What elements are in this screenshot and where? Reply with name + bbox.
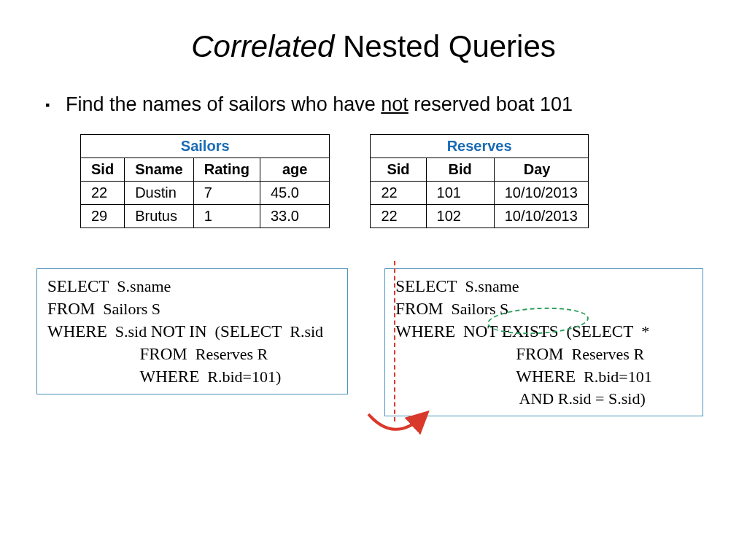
table-header-row: Sid Bid Day	[371, 158, 588, 182]
query-box-notin: SELECT S.sname FROM Sailors S WHERE S.si…	[36, 268, 348, 394]
table-header-row: Sid Sname Rating age	[81, 158, 330, 182]
sailors-title: Sailors	[81, 135, 330, 158]
table-row: 29 Brutus 1 33.0	[81, 205, 330, 228]
title-rest: Nested Queries	[334, 29, 555, 63]
reserves-title: Reserves	[371, 135, 588, 158]
slide-title: Correlated Nested Queries	[44, 29, 703, 64]
reserves-table: Reserves Sid Bid Day 22 101 10/10/2013 2…	[370, 134, 588, 228]
tables-row: Sailors Sid Sname Rating age 22 Dustin 7…	[80, 134, 703, 228]
queries-row: SELECT S.sname FROM Sailors S WHERE S.si…	[36, 268, 703, 416]
underlined-not: not	[381, 93, 409, 115]
title-italic: Correlated	[191, 29, 334, 63]
curved-arrow-icon	[350, 411, 445, 447]
table-row: 22 Dustin 7 45.0	[81, 182, 330, 205]
vertical-divider	[394, 261, 395, 421]
sailors-table: Sailors Sid Sname Rating age 22 Dustin 7…	[80, 134, 330, 228]
table-row: 22 102 10/10/2013	[371, 205, 588, 228]
bullet-text: Find the names of sailors who have not r…	[66, 93, 703, 116]
query-box-notexists: SELECT S.sname FROM Sailors S WHERE NOT …	[384, 268, 703, 416]
table-row: 22 101 10/10/2013	[371, 182, 588, 205]
